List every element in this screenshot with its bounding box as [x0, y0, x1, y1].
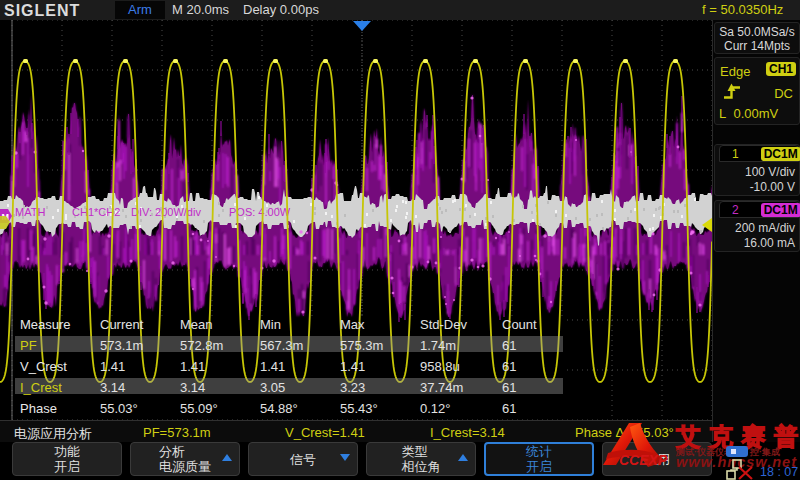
svg-text:MATH: MATH [15, 206, 45, 218]
svg-text:CCEXP: CCEXP [619, 452, 668, 468]
svg-text:艾克赛普: 艾克赛普 [675, 423, 798, 450]
svg-text:DIV: 200W/div: DIV: 200W/div [131, 206, 201, 218]
